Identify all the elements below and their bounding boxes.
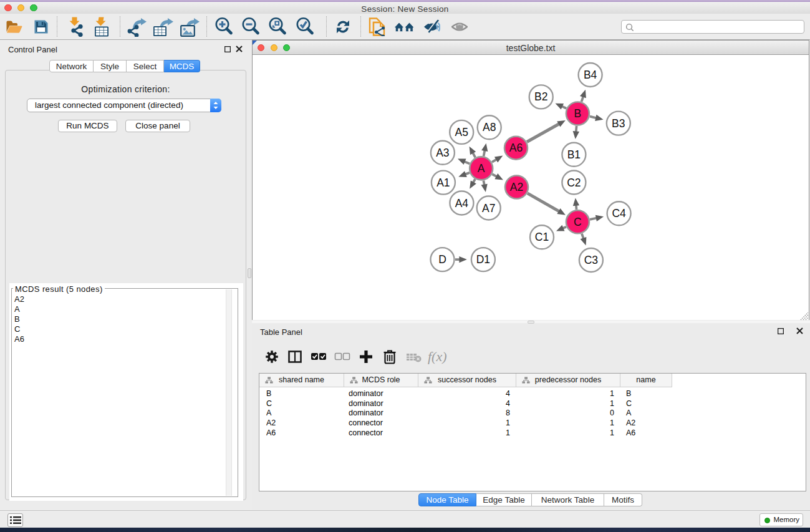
svg-text:A6: A6 [509, 142, 523, 154]
svg-text:A3: A3 [436, 147, 449, 159]
svg-text:A: A [478, 162, 485, 175]
svg-text:B2: B2 [534, 90, 547, 103]
svg-text:C: C [574, 216, 582, 228]
svg-text:C3: C3 [584, 254, 598, 266]
svg-text:B: B [574, 107, 582, 120]
svg-text:B3: B3 [612, 117, 625, 130]
svg-text:D1: D1 [476, 253, 490, 266]
svg-text:A8: A8 [483, 121, 496, 133]
svg-text:D: D [438, 253, 446, 266]
svg-text:B4: B4 [584, 69, 597, 81]
svg-text:A1: A1 [436, 177, 450, 189]
svg-text:A5: A5 [455, 126, 468, 138]
svg-text:A7: A7 [482, 202, 495, 215]
svg-text:C1: C1 [535, 231, 549, 243]
svg-text:B1: B1 [567, 148, 581, 161]
svg-text:C2: C2 [567, 177, 581, 189]
svg-text:A4: A4 [455, 197, 469, 210]
svg-text:C4: C4 [612, 207, 626, 220]
svg-text:A2: A2 [510, 181, 523, 193]
